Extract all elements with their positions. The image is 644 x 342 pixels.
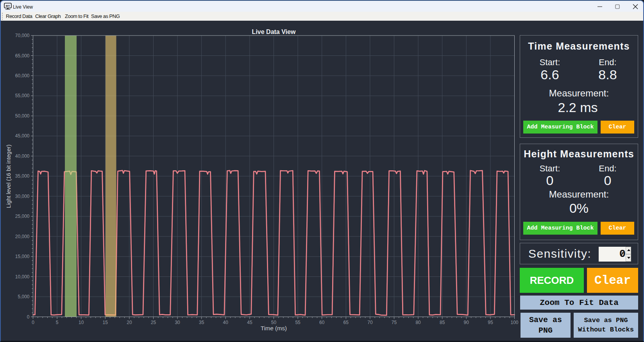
svg-text:5,000: 5,000 [18, 294, 29, 299]
svg-text:70: 70 [367, 320, 373, 325]
svg-text:50: 50 [271, 320, 277, 325]
svg-text:45: 45 [247, 320, 252, 325]
svg-text:Light level (16 bit integer): Light level (16 bit integer) [5, 144, 12, 208]
svg-text:35: 35 [199, 320, 204, 325]
svg-text:15,000: 15,000 [15, 254, 30, 259]
svg-text:Time (ms): Time (ms) [261, 325, 287, 331]
svg-text:50,000: 50,000 [15, 113, 30, 119]
svg-text:85: 85 [440, 320, 445, 325]
svg-text:0: 0 [32, 320, 34, 325]
svg-text:20,000: 20,000 [15, 234, 30, 239]
svg-text:60,000: 60,000 [15, 73, 30, 78]
svg-text:95: 95 [488, 320, 493, 325]
svg-text:Live Data View: Live Data View [252, 28, 296, 35]
svg-text:75: 75 [392, 320, 397, 325]
svg-text:35,000: 35,000 [15, 173, 30, 179]
svg-text:5: 5 [56, 320, 59, 325]
svg-text:80: 80 [415, 320, 421, 325]
svg-text:25,000: 25,000 [15, 214, 30, 219]
svg-text:40: 40 [223, 320, 229, 325]
svg-text:RT: RT [6, 4, 10, 8]
svg-text:65,000: 65,000 [15, 53, 30, 59]
svg-text:10,000: 10,000 [15, 274, 30, 280]
svg-text:55: 55 [295, 320, 301, 325]
svg-text:30,000: 30,000 [15, 194, 30, 199]
svg-text:20: 20 [127, 320, 132, 325]
svg-text:100: 100 [510, 320, 518, 325]
svg-text:45,000: 45,000 [15, 133, 30, 139]
svg-text:70,000: 70,000 [15, 33, 30, 38]
svg-text:90: 90 [464, 320, 469, 325]
svg-text:10: 10 [79, 320, 84, 325]
svg-text:40,000: 40,000 [15, 153, 30, 159]
svg-text:65: 65 [343, 320, 349, 325]
svg-text:15: 15 [103, 320, 108, 325]
svg-text:25: 25 [151, 320, 156, 325]
svg-text:60: 60 [319, 320, 325, 325]
svg-text:30: 30 [175, 320, 180, 325]
svg-text:55,000: 55,000 [15, 93, 30, 98]
svg-text:0: 0 [27, 314, 30, 320]
